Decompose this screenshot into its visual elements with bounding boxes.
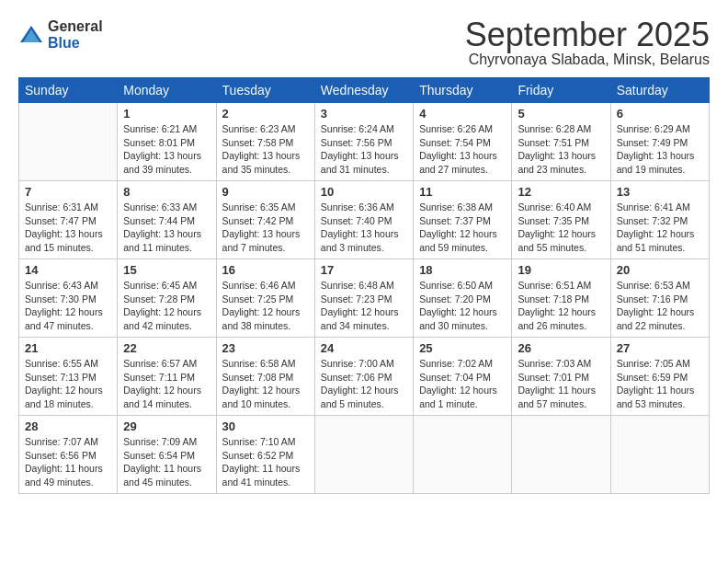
- calendar-cell: 7Sunrise: 6:31 AM Sunset: 7:47 PM Daylig…: [19, 181, 118, 259]
- day-number: 4: [419, 107, 506, 121]
- calendar-cell: 8Sunrise: 6:33 AM Sunset: 7:44 PM Daylig…: [118, 181, 216, 259]
- calendar-cell: 14Sunrise: 6:43 AM Sunset: 7:30 PM Dayli…: [19, 259, 118, 338]
- day-header-tuesday: Tuesday: [216, 78, 314, 103]
- calendar-cell: [19, 103, 118, 181]
- calendar-cell: 11Sunrise: 6:38 AM Sunset: 7:37 PM Dayli…: [414, 181, 512, 259]
- day-info: Sunrise: 6:31 AM Sunset: 7:47 PM Dayligh…: [25, 201, 111, 255]
- day-info: Sunrise: 7:07 AM Sunset: 6:56 PM Dayligh…: [25, 435, 111, 489]
- calendar-cell: 6Sunrise: 6:29 AM Sunset: 7:49 PM Daylig…: [610, 103, 709, 181]
- location-subtitle: Chyrvonaya Slabada, Minsk, Belarus: [465, 52, 710, 68]
- day-number: 24: [321, 341, 407, 355]
- day-number: 6: [617, 107, 703, 121]
- calendar-cell: 30Sunrise: 7:10 AM Sunset: 6:52 PM Dayli…: [216, 416, 314, 494]
- day-info: Sunrise: 7:09 AM Sunset: 6:54 PM Dayligh…: [123, 435, 210, 489]
- day-info: Sunrise: 7:05 AM Sunset: 6:59 PM Dayligh…: [617, 357, 703, 411]
- day-number: 25: [419, 341, 506, 355]
- day-number: 7: [25, 185, 111, 199]
- week-row-4: 21Sunrise: 6:55 AM Sunset: 7:13 PM Dayli…: [19, 338, 710, 416]
- calendar-cell: [512, 416, 610, 494]
- calendar-cell: 28Sunrise: 7:07 AM Sunset: 6:56 PM Dayli…: [19, 416, 118, 494]
- day-header-sunday: Sunday: [19, 78, 118, 103]
- calendar-header-row: SundayMondayTuesdayWednesdayThursdayFrid…: [19, 78, 710, 103]
- day-header-saturday: Saturday: [610, 78, 709, 103]
- calendar-cell: 29Sunrise: 7:09 AM Sunset: 6:54 PM Dayli…: [118, 416, 216, 494]
- calendar-cell: 5Sunrise: 6:28 AM Sunset: 7:51 PM Daylig…: [512, 103, 610, 181]
- day-number: 30: [222, 419, 309, 433]
- day-number: 1: [123, 107, 210, 121]
- day-info: Sunrise: 6:23 AM Sunset: 7:58 PM Dayligh…: [222, 122, 309, 177]
- day-number: 8: [123, 185, 210, 199]
- day-number: 18: [419, 263, 506, 277]
- calendar-cell: [610, 416, 709, 494]
- calendar-cell: 19Sunrise: 6:51 AM Sunset: 7:18 PM Dayli…: [512, 259, 610, 338]
- calendar-cell: 13Sunrise: 6:41 AM Sunset: 7:32 PM Dayli…: [610, 181, 709, 259]
- day-info: Sunrise: 6:38 AM Sunset: 7:37 PM Dayligh…: [419, 201, 506, 255]
- day-info: Sunrise: 7:00 AM Sunset: 7:06 PM Dayligh…: [321, 357, 407, 411]
- week-row-3: 14Sunrise: 6:43 AM Sunset: 7:30 PM Dayli…: [19, 259, 710, 338]
- calendar-table: SundayMondayTuesdayWednesdayThursdayFrid…: [18, 77, 710, 494]
- day-info: Sunrise: 6:24 AM Sunset: 7:56 PM Dayligh…: [321, 122, 407, 177]
- week-row-2: 7Sunrise: 6:31 AM Sunset: 7:47 PM Daylig…: [19, 181, 710, 259]
- week-row-5: 28Sunrise: 7:07 AM Sunset: 6:56 PM Dayli…: [19, 416, 710, 494]
- day-number: 23: [222, 341, 309, 355]
- day-header-wednesday: Wednesday: [314, 78, 413, 103]
- day-info: Sunrise: 6:29 AM Sunset: 7:49 PM Dayligh…: [617, 122, 703, 177]
- day-header-thursday: Thursday: [414, 78, 512, 103]
- logo-general-text: General: [48, 18, 103, 35]
- logo: General Blue: [18, 18, 103, 51]
- day-info: Sunrise: 6:43 AM Sunset: 7:30 PM Dayligh…: [25, 279, 111, 333]
- page-header: General Blue September 2025 Chyrvonaya S…: [18, 18, 710, 68]
- day-info: Sunrise: 6:28 AM Sunset: 7:51 PM Dayligh…: [518, 122, 604, 177]
- day-number: 12: [518, 185, 604, 199]
- calendar-cell: 10Sunrise: 6:36 AM Sunset: 7:40 PM Dayli…: [314, 181, 413, 259]
- calendar-cell: 24Sunrise: 7:00 AM Sunset: 7:06 PM Dayli…: [314, 338, 413, 416]
- day-number: 3: [321, 107, 407, 121]
- logo-blue-text: Blue: [48, 35, 103, 52]
- calendar-cell: 9Sunrise: 6:35 AM Sunset: 7:42 PM Daylig…: [216, 181, 314, 259]
- day-header-monday: Monday: [118, 78, 216, 103]
- month-title: September 2025: [465, 18, 710, 52]
- day-info: Sunrise: 6:36 AM Sunset: 7:40 PM Dayligh…: [321, 201, 407, 255]
- calendar-cell: 20Sunrise: 6:53 AM Sunset: 7:16 PM Dayli…: [610, 259, 709, 338]
- calendar-cell: 21Sunrise: 6:55 AM Sunset: 7:13 PM Dayli…: [19, 338, 118, 416]
- calendar-cell: 26Sunrise: 7:03 AM Sunset: 7:01 PM Dayli…: [512, 338, 610, 416]
- day-info: Sunrise: 6:50 AM Sunset: 7:20 PM Dayligh…: [419, 279, 506, 333]
- calendar-cell: 23Sunrise: 6:58 AM Sunset: 7:08 PM Dayli…: [216, 338, 314, 416]
- calendar-cell: 27Sunrise: 7:05 AM Sunset: 6:59 PM Dayli…: [610, 338, 709, 416]
- day-number: 2: [222, 107, 309, 121]
- day-info: Sunrise: 7:02 AM Sunset: 7:04 PM Dayligh…: [419, 357, 506, 411]
- day-number: 5: [518, 107, 604, 121]
- calendar-cell: 2Sunrise: 6:23 AM Sunset: 7:58 PM Daylig…: [216, 103, 314, 181]
- day-info: Sunrise: 6:55 AM Sunset: 7:13 PM Dayligh…: [25, 357, 111, 411]
- calendar-cell: 3Sunrise: 6:24 AM Sunset: 7:56 PM Daylig…: [314, 103, 413, 181]
- day-info: Sunrise: 6:21 AM Sunset: 8:01 PM Dayligh…: [123, 122, 210, 177]
- week-row-1: 1Sunrise: 6:21 AM Sunset: 8:01 PM Daylig…: [19, 103, 710, 181]
- day-info: Sunrise: 6:53 AM Sunset: 7:16 PM Dayligh…: [617, 279, 703, 333]
- day-number: 13: [617, 185, 703, 199]
- day-number: 14: [25, 263, 111, 277]
- calendar-cell: 25Sunrise: 7:02 AM Sunset: 7:04 PM Dayli…: [414, 338, 512, 416]
- day-number: 28: [25, 419, 111, 433]
- calendar-cell: 15Sunrise: 6:45 AM Sunset: 7:28 PM Dayli…: [118, 259, 216, 338]
- calendar-cell: 16Sunrise: 6:46 AM Sunset: 7:25 PM Dayli…: [216, 259, 314, 338]
- day-number: 9: [222, 185, 309, 199]
- day-number: 22: [123, 341, 210, 355]
- calendar-cell: 12Sunrise: 6:40 AM Sunset: 7:35 PM Dayli…: [512, 181, 610, 259]
- day-number: 21: [25, 341, 111, 355]
- day-info: Sunrise: 6:35 AM Sunset: 7:42 PM Dayligh…: [222, 201, 309, 255]
- day-info: Sunrise: 6:26 AM Sunset: 7:54 PM Dayligh…: [419, 122, 506, 177]
- day-number: 29: [123, 419, 210, 433]
- day-number: 10: [321, 185, 407, 199]
- day-number: 19: [518, 263, 604, 277]
- day-info: Sunrise: 6:57 AM Sunset: 7:11 PM Dayligh…: [123, 357, 210, 411]
- day-info: Sunrise: 6:33 AM Sunset: 7:44 PM Dayligh…: [123, 201, 210, 255]
- calendar-cell: [314, 416, 413, 494]
- title-block: September 2025 Chyrvonaya Slabada, Minsk…: [465, 18, 710, 68]
- day-info: Sunrise: 6:51 AM Sunset: 7:18 PM Dayligh…: [518, 279, 604, 333]
- day-number: 26: [518, 341, 604, 355]
- calendar-cell: 4Sunrise: 6:26 AM Sunset: 7:54 PM Daylig…: [414, 103, 512, 181]
- day-number: 11: [419, 185, 506, 199]
- calendar-cell: [414, 416, 512, 494]
- day-number: 20: [617, 263, 703, 277]
- calendar-cell: 1Sunrise: 6:21 AM Sunset: 8:01 PM Daylig…: [118, 103, 216, 181]
